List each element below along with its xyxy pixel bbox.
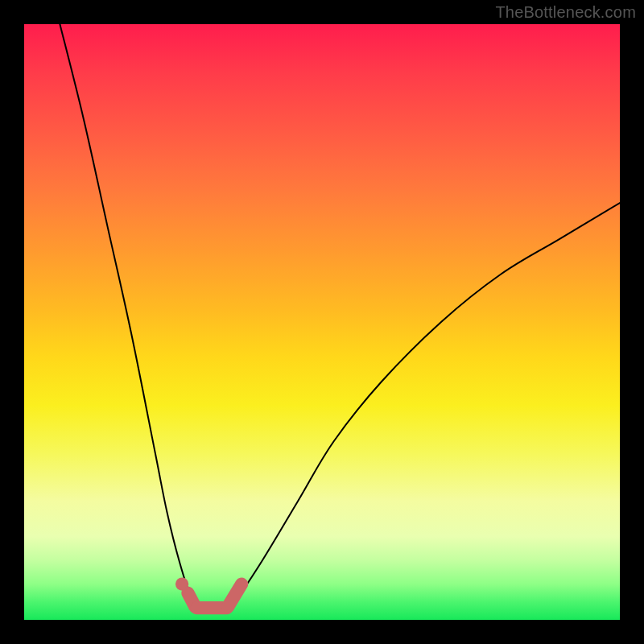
highlight-markers <box>24 24 620 620</box>
watermark-text: TheBottleneck.com <box>495 3 636 22</box>
plot-area <box>24 24 620 620</box>
marker-segment <box>228 584 242 607</box>
chart-frame: TheBottleneck.com <box>0 0 644 644</box>
